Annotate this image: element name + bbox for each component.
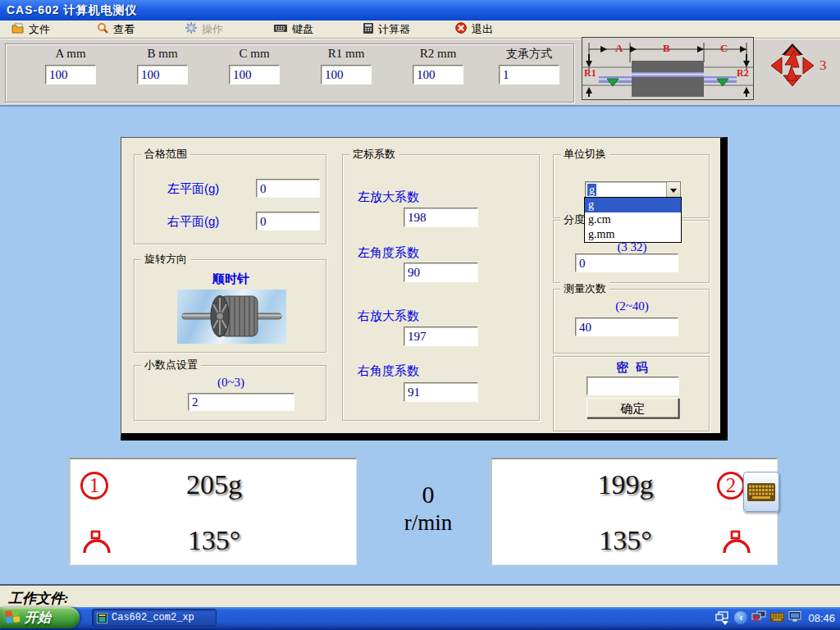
qualified-range-group: 合格范围 左平面(g) 右平面(g)	[134, 154, 326, 244]
windows-logo-icon	[4, 609, 21, 628]
rotor-graphic	[177, 290, 286, 344]
menu-item-operate[interactable]: 操作	[180, 21, 228, 38]
status-bar: 工作文件:	[0, 584, 840, 607]
left-angle-label: 左角度系数	[358, 245, 419, 261]
rotation-direction-title: 旋转方向	[141, 253, 190, 265]
right-angle-label: 右角度系数	[358, 363, 419, 379]
language-bar-minimized[interactable]	[715, 609, 735, 628]
diagram-label-r1: R1	[584, 67, 596, 79]
left-angle-input[interactable]	[404, 262, 478, 282]
measure-range-hint: (2~40)	[554, 299, 710, 313]
menu-item-label: 键盘	[292, 22, 313, 37]
window-stack-icon	[715, 611, 728, 621]
task-button-label: Cas602_com2_xp	[112, 612, 194, 623]
system-tray: ‹ 08:46	[734, 607, 840, 628]
r1-input[interactable]	[321, 65, 372, 84]
rotation-direction-value: 顺时针	[135, 272, 327, 287]
taskbar: 开始 Cas602_com2_xp ‹ 08:46	[0, 607, 840, 630]
unit-option-g[interactable]: g	[585, 198, 681, 212]
rotor-geometry-diagram: A B C R1 R2	[582, 37, 754, 100]
diagram-label-b: B	[663, 42, 670, 54]
app-task-icon	[97, 613, 107, 623]
left-plane-label: 左平面(g)	[167, 181, 219, 197]
move-arrows-icon[interactable]	[769, 43, 815, 88]
taskbar-clock: 08:46	[806, 612, 835, 624]
c-input[interactable]	[229, 65, 280, 84]
decimal-point-input[interactable]	[188, 393, 294, 411]
menu-item-label: 文件	[29, 22, 50, 37]
password-input[interactable]	[587, 377, 679, 395]
left-angle-value: 135°	[144, 525, 284, 556]
network-disconnected-icon[interactable]	[751, 610, 766, 625]
division-input[interactable]	[575, 253, 678, 272]
measure-count-input[interactable]	[575, 317, 678, 336]
qualified-range-title: 合格范围	[141, 148, 190, 160]
unit-switch-title: 单位切换	[560, 148, 609, 160]
menu-item-keyboard[interactable]: 键盘	[269, 21, 318, 38]
taskbar-task-button[interactable]: Cas602_com2_xp	[92, 609, 217, 627]
right-angle-value: 135°	[541, 525, 710, 556]
menu-item-label: 计算器	[378, 22, 410, 37]
menu-item-label: 查看	[113, 22, 135, 37]
keyboard-layout-tray-icon[interactable]	[770, 610, 784, 625]
right-angle-input[interactable]	[404, 382, 478, 402]
right-plane-input[interactable]	[256, 212, 320, 231]
right-gain-label: 右放大系数	[358, 308, 419, 324]
left-gain-input[interactable]	[404, 208, 478, 227]
field-label-r2: R2 mm	[405, 47, 471, 61]
menu-item-exit[interactable]: 退出	[450, 21, 498, 38]
angle-indicator-icon	[722, 528, 751, 558]
menu-bar: 文件 查看 操作 键盘 计算器 退出	[0, 21, 840, 39]
left-gain-label: 左放大系数	[358, 189, 419, 205]
left-plane-input[interactable]	[256, 179, 320, 198]
onscreen-keyboard-button[interactable]	[743, 472, 779, 512]
right-plane-label: 右平面(g)	[167, 214, 219, 230]
window-titlebar[interactable]: CAS-602 计算机电测仪	[0, 0, 840, 21]
plane-1-badge: 1	[80, 472, 108, 500]
combobox-dropdown-button[interactable]	[666, 182, 680, 199]
menu-item-view[interactable]: 查看	[92, 21, 139, 38]
menu-item-file[interactable]: 文件	[7, 21, 55, 38]
plane-2-badge: 2	[717, 472, 745, 500]
decimal-point-group: 小数点设置 (0~3)	[134, 365, 326, 421]
unit-option-gmm[interactable]: g.mm	[585, 227, 681, 242]
start-button[interactable]: 开始	[0, 607, 80, 628]
tray-collapse-button[interactable]: ‹	[734, 611, 747, 624]
speed-value: 0	[379, 480, 477, 509]
diagram-label-r2: R2	[737, 67, 749, 79]
menu-item-label: 退出	[472, 22, 493, 37]
confirm-button[interactable]: 确定	[587, 398, 679, 418]
rotor-image	[177, 290, 286, 344]
field-label-b: B mm	[130, 47, 195, 61]
field-label-support: 支承方式	[492, 47, 566, 62]
b-input[interactable]	[137, 65, 188, 84]
speed-readout: 0 r/min	[379, 480, 477, 536]
menu-item-calculator[interactable]: 计算器	[358, 21, 415, 38]
left-plane-display: 1 205g 135°	[69, 458, 357, 565]
decimal-range-hint: (0~3)	[135, 376, 327, 390]
field-label-a: A mm	[38, 47, 103, 61]
window-title: CAS-602 计算机电测仪	[7, 3, 137, 16]
unit-dropdown-list: g g.cm g.mm	[584, 197, 682, 243]
unit-option-gcm[interactable]: g.cm	[585, 212, 681, 227]
field-label-r1: R1 mm	[313, 47, 379, 61]
a-input[interactable]	[45, 65, 96, 84]
keyboard-icon	[747, 483, 775, 501]
unit-combobox-value: g	[586, 182, 666, 199]
rotation-direction-group: 旋转方向 顺时针	[134, 259, 326, 353]
gear-icon	[185, 22, 197, 36]
start-button-label: 开始	[25, 609, 51, 627]
display-settings-tray-icon[interactable]	[788, 610, 801, 625]
support-mode-indicator: 3	[819, 57, 827, 74]
diagram-label-c: C	[720, 42, 728, 54]
search-icon	[97, 22, 108, 36]
password-group: 密 码 确定	[553, 356, 710, 431]
calibration-title: 定标系数	[349, 148, 399, 160]
password-label: 密 码	[554, 360, 710, 376]
r2-input[interactable]	[413, 65, 463, 84]
work-file-label: 工作文件:	[8, 589, 69, 608]
rotor-diagram-graphic: A B C R1 R2	[582, 38, 753, 99]
speed-unit: r/min	[379, 509, 477, 536]
support-mode-input[interactable]	[499, 65, 559, 84]
right-gain-input[interactable]	[404, 326, 478, 346]
